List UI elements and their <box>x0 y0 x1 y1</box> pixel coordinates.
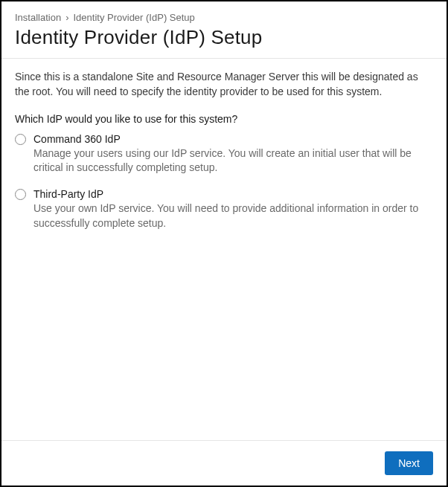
radio-icon[interactable] <box>15 189 26 200</box>
option-title: Command 360 IdP <box>33 132 433 146</box>
option-description: Use your own IdP service. You will need … <box>33 201 433 230</box>
breadcrumb-root[interactable]: Installation <box>15 12 61 23</box>
header: Installation › Identity Provider (IdP) S… <box>1 1 447 59</box>
setup-window: Installation › Identity Provider (IdP) S… <box>0 0 448 487</box>
page-title: Identity Provider (IdP) Setup <box>15 26 433 49</box>
option-third-party-idp[interactable]: Third-Party IdP Use your own IdP service… <box>15 187 433 230</box>
content: Since this is a standalone Site and Reso… <box>1 59 447 440</box>
option-body: Command 360 IdP Manage your users using … <box>33 132 433 175</box>
option-description: Manage your users using our IdP service.… <box>33 146 433 175</box>
next-button[interactable]: Next <box>385 451 433 475</box>
option-body: Third-Party IdP Use your own IdP service… <box>33 187 433 230</box>
breadcrumb: Installation › Identity Provider (IdP) S… <box>15 12 433 23</box>
footer: Next <box>1 440 447 486</box>
radio-icon[interactable] <box>15 134 26 145</box>
idp-options: Command 360 IdP Manage your users using … <box>15 132 433 231</box>
idp-question: Which IdP would you like to use for this… <box>15 113 433 125</box>
option-title: Third-Party IdP <box>33 187 433 201</box>
chevron-right-icon: › <box>65 12 68 23</box>
breadcrumb-current: Identity Provider (IdP) Setup <box>74 12 195 23</box>
option-command-360-idp[interactable]: Command 360 IdP Manage your users using … <box>15 132 433 175</box>
intro-text: Since this is a standalone Site and Reso… <box>15 69 433 100</box>
